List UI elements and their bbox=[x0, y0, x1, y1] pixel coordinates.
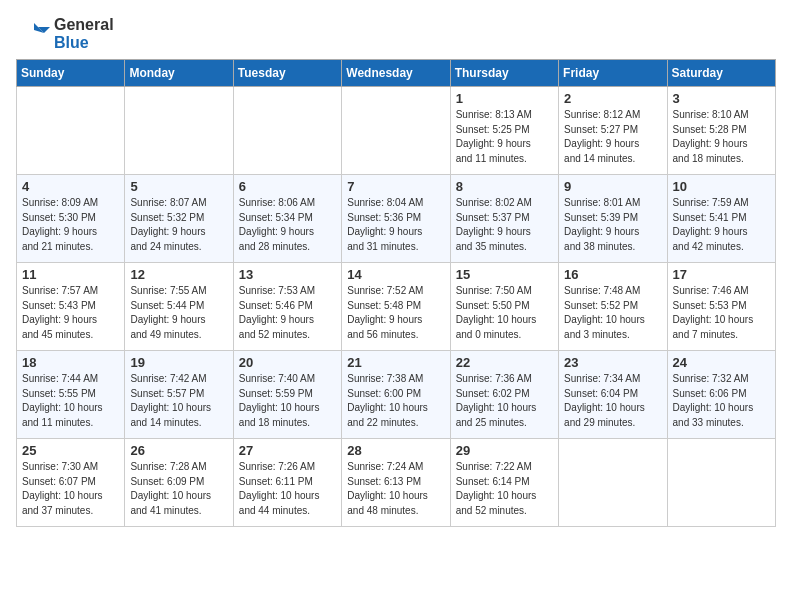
calendar-cell: 25Sunrise: 7:30 AM Sunset: 6:07 PM Dayli… bbox=[17, 439, 125, 527]
day-number: 17 bbox=[673, 267, 770, 282]
calendar-cell: 5Sunrise: 8:07 AM Sunset: 5:32 PM Daylig… bbox=[125, 175, 233, 263]
calendar-cell: 8Sunrise: 8:02 AM Sunset: 5:37 PM Daylig… bbox=[450, 175, 558, 263]
day-number: 20 bbox=[239, 355, 336, 370]
calendar-cell: 15Sunrise: 7:50 AM Sunset: 5:50 PM Dayli… bbox=[450, 263, 558, 351]
day-number: 19 bbox=[130, 355, 227, 370]
day-number: 14 bbox=[347, 267, 444, 282]
day-info: Sunrise: 8:06 AM Sunset: 5:34 PM Dayligh… bbox=[239, 196, 336, 254]
calendar-header-row: SundayMondayTuesdayWednesdayThursdayFrid… bbox=[17, 60, 776, 87]
day-number: 8 bbox=[456, 179, 553, 194]
day-header-sunday: Sunday bbox=[17, 60, 125, 87]
day-info: Sunrise: 8:10 AM Sunset: 5:28 PM Dayligh… bbox=[673, 108, 770, 166]
day-header-friday: Friday bbox=[559, 60, 667, 87]
logo-line2: Blue bbox=[54, 34, 114, 52]
day-number: 13 bbox=[239, 267, 336, 282]
calendar-cell: 18Sunrise: 7:44 AM Sunset: 5:55 PM Dayli… bbox=[17, 351, 125, 439]
day-info: Sunrise: 8:01 AM Sunset: 5:39 PM Dayligh… bbox=[564, 196, 661, 254]
day-info: Sunrise: 7:38 AM Sunset: 6:00 PM Dayligh… bbox=[347, 372, 444, 430]
week-row-4: 18Sunrise: 7:44 AM Sunset: 5:55 PM Dayli… bbox=[17, 351, 776, 439]
day-info: Sunrise: 7:59 AM Sunset: 5:41 PM Dayligh… bbox=[673, 196, 770, 254]
day-number: 27 bbox=[239, 443, 336, 458]
day-number: 11 bbox=[22, 267, 119, 282]
logo: General Blue bbox=[16, 16, 114, 51]
day-info: Sunrise: 7:53 AM Sunset: 5:46 PM Dayligh… bbox=[239, 284, 336, 342]
day-info: Sunrise: 7:26 AM Sunset: 6:11 PM Dayligh… bbox=[239, 460, 336, 518]
day-number: 15 bbox=[456, 267, 553, 282]
calendar-cell: 26Sunrise: 7:28 AM Sunset: 6:09 PM Dayli… bbox=[125, 439, 233, 527]
calendar-cell bbox=[233, 87, 341, 175]
day-info: Sunrise: 7:32 AM Sunset: 6:06 PM Dayligh… bbox=[673, 372, 770, 430]
day-info: Sunrise: 8:02 AM Sunset: 5:37 PM Dayligh… bbox=[456, 196, 553, 254]
day-info: Sunrise: 7:36 AM Sunset: 6:02 PM Dayligh… bbox=[456, 372, 553, 430]
calendar-cell bbox=[17, 87, 125, 175]
calendar-cell: 13Sunrise: 7:53 AM Sunset: 5:46 PM Dayli… bbox=[233, 263, 341, 351]
day-number: 3 bbox=[673, 91, 770, 106]
calendar-cell: 1Sunrise: 8:13 AM Sunset: 5:25 PM Daylig… bbox=[450, 87, 558, 175]
day-number: 26 bbox=[130, 443, 227, 458]
day-info: Sunrise: 7:57 AM Sunset: 5:43 PM Dayligh… bbox=[22, 284, 119, 342]
calendar-cell: 19Sunrise: 7:42 AM Sunset: 5:57 PM Dayli… bbox=[125, 351, 233, 439]
calendar-cell: 16Sunrise: 7:48 AM Sunset: 5:52 PM Dayli… bbox=[559, 263, 667, 351]
day-info: Sunrise: 8:13 AM Sunset: 5:25 PM Dayligh… bbox=[456, 108, 553, 166]
day-number: 7 bbox=[347, 179, 444, 194]
day-info: Sunrise: 7:46 AM Sunset: 5:53 PM Dayligh… bbox=[673, 284, 770, 342]
week-row-1: 1Sunrise: 8:13 AM Sunset: 5:25 PM Daylig… bbox=[17, 87, 776, 175]
logo-bird-icon bbox=[16, 17, 50, 51]
week-row-5: 25Sunrise: 7:30 AM Sunset: 6:07 PM Dayli… bbox=[17, 439, 776, 527]
day-number: 18 bbox=[22, 355, 119, 370]
day-header-tuesday: Tuesday bbox=[233, 60, 341, 87]
calendar-table: SundayMondayTuesdayWednesdayThursdayFrid… bbox=[16, 59, 776, 527]
calendar-cell: 10Sunrise: 7:59 AM Sunset: 5:41 PM Dayli… bbox=[667, 175, 775, 263]
week-row-3: 11Sunrise: 7:57 AM Sunset: 5:43 PM Dayli… bbox=[17, 263, 776, 351]
calendar-cell: 3Sunrise: 8:10 AM Sunset: 5:28 PM Daylig… bbox=[667, 87, 775, 175]
page-header: General Blue bbox=[16, 16, 776, 51]
day-info: Sunrise: 7:50 AM Sunset: 5:50 PM Dayligh… bbox=[456, 284, 553, 342]
calendar-cell: 22Sunrise: 7:36 AM Sunset: 6:02 PM Dayli… bbox=[450, 351, 558, 439]
calendar-cell: 29Sunrise: 7:22 AM Sunset: 6:14 PM Dayli… bbox=[450, 439, 558, 527]
day-info: Sunrise: 8:12 AM Sunset: 5:27 PM Dayligh… bbox=[564, 108, 661, 166]
day-info: Sunrise: 7:44 AM Sunset: 5:55 PM Dayligh… bbox=[22, 372, 119, 430]
day-number: 4 bbox=[22, 179, 119, 194]
day-info: Sunrise: 7:34 AM Sunset: 6:04 PM Dayligh… bbox=[564, 372, 661, 430]
calendar-cell: 24Sunrise: 7:32 AM Sunset: 6:06 PM Dayli… bbox=[667, 351, 775, 439]
calendar-cell: 20Sunrise: 7:40 AM Sunset: 5:59 PM Dayli… bbox=[233, 351, 341, 439]
day-info: Sunrise: 7:30 AM Sunset: 6:07 PM Dayligh… bbox=[22, 460, 119, 518]
calendar-cell: 12Sunrise: 7:55 AM Sunset: 5:44 PM Dayli… bbox=[125, 263, 233, 351]
day-info: Sunrise: 7:40 AM Sunset: 5:59 PM Dayligh… bbox=[239, 372, 336, 430]
day-number: 28 bbox=[347, 443, 444, 458]
day-info: Sunrise: 7:55 AM Sunset: 5:44 PM Dayligh… bbox=[130, 284, 227, 342]
calendar-cell: 9Sunrise: 8:01 AM Sunset: 5:39 PM Daylig… bbox=[559, 175, 667, 263]
day-number: 29 bbox=[456, 443, 553, 458]
day-number: 21 bbox=[347, 355, 444, 370]
calendar-cell: 4Sunrise: 8:09 AM Sunset: 5:30 PM Daylig… bbox=[17, 175, 125, 263]
day-number: 12 bbox=[130, 267, 227, 282]
day-info: Sunrise: 7:28 AM Sunset: 6:09 PM Dayligh… bbox=[130, 460, 227, 518]
day-header-monday: Monday bbox=[125, 60, 233, 87]
day-info: Sunrise: 7:48 AM Sunset: 5:52 PM Dayligh… bbox=[564, 284, 661, 342]
day-header-thursday: Thursday bbox=[450, 60, 558, 87]
day-number: 23 bbox=[564, 355, 661, 370]
day-info: Sunrise: 8:09 AM Sunset: 5:30 PM Dayligh… bbox=[22, 196, 119, 254]
calendar-cell: 21Sunrise: 7:38 AM Sunset: 6:00 PM Dayli… bbox=[342, 351, 450, 439]
calendar-cell bbox=[125, 87, 233, 175]
calendar-cell: 23Sunrise: 7:34 AM Sunset: 6:04 PM Dayli… bbox=[559, 351, 667, 439]
day-info: Sunrise: 7:24 AM Sunset: 6:13 PM Dayligh… bbox=[347, 460, 444, 518]
calendar-cell: 14Sunrise: 7:52 AM Sunset: 5:48 PM Dayli… bbox=[342, 263, 450, 351]
day-number: 24 bbox=[673, 355, 770, 370]
day-number: 1 bbox=[456, 91, 553, 106]
logo-line1: General bbox=[54, 16, 114, 34]
day-number: 5 bbox=[130, 179, 227, 194]
day-number: 10 bbox=[673, 179, 770, 194]
day-number: 25 bbox=[22, 443, 119, 458]
day-header-saturday: Saturday bbox=[667, 60, 775, 87]
day-number: 2 bbox=[564, 91, 661, 106]
day-number: 6 bbox=[239, 179, 336, 194]
calendar-body: 1Sunrise: 8:13 AM Sunset: 5:25 PM Daylig… bbox=[17, 87, 776, 527]
calendar-cell bbox=[667, 439, 775, 527]
day-info: Sunrise: 7:42 AM Sunset: 5:57 PM Dayligh… bbox=[130, 372, 227, 430]
calendar-cell: 2Sunrise: 8:12 AM Sunset: 5:27 PM Daylig… bbox=[559, 87, 667, 175]
day-info: Sunrise: 8:07 AM Sunset: 5:32 PM Dayligh… bbox=[130, 196, 227, 254]
day-number: 9 bbox=[564, 179, 661, 194]
day-number: 16 bbox=[564, 267, 661, 282]
calendar-cell: 27Sunrise: 7:26 AM Sunset: 6:11 PM Dayli… bbox=[233, 439, 341, 527]
